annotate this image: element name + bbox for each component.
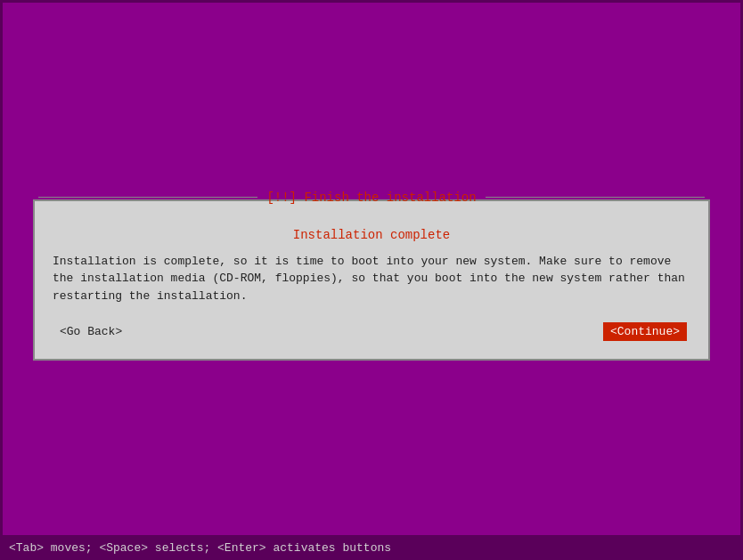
title-line-right xyxy=(486,197,705,198)
dialog-box: Installation complete Installation is co… xyxy=(33,199,710,361)
dialog-title: [!!] Finish the installation xyxy=(263,191,479,205)
installation-message: Installation is complete, so it is time … xyxy=(53,253,690,305)
continue-button[interactable]: <Continue> xyxy=(603,322,687,341)
dialog-body: Installation complete Installation is co… xyxy=(35,214,708,360)
go-back-button[interactable]: <Go Back> xyxy=(56,323,126,340)
installation-complete-title: Installation complete xyxy=(53,228,690,242)
status-bar-text: <Tab> moves; <Space> selects; <Enter> ac… xyxy=(9,541,391,555)
status-bar: <Tab> moves; <Space> selects; <Enter> ac… xyxy=(0,535,743,560)
dialog-wrapper: [!!] Finish the installation Installatio… xyxy=(33,199,710,361)
title-line-left xyxy=(38,197,257,198)
dialog-buttons: <Go Back> <Continue> xyxy=(53,322,690,341)
dialog-title-bar: [!!] Finish the installation xyxy=(33,191,710,205)
